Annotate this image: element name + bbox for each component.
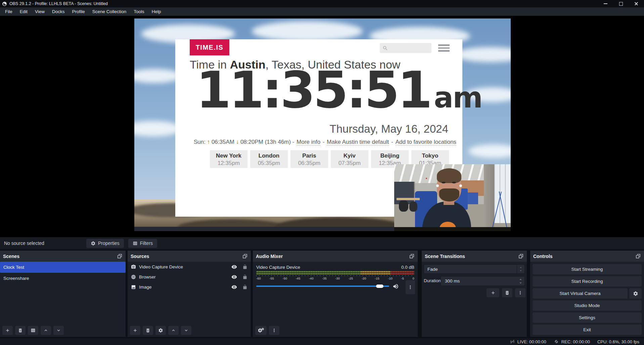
dock-area: Scenes Clock Test Screenshare Sources Vi… xyxy=(0,249,644,338)
move-scene-down-button[interactable] xyxy=(53,326,64,335)
source-row-image[interactable]: Image xyxy=(128,282,251,292)
popout-icon[interactable] xyxy=(117,253,123,259)
preview-canvas[interactable]: TIME.IS Time in Austin, Texas, United St… xyxy=(134,18,511,231)
menu-scene-collection[interactable]: Scene Collection xyxy=(89,7,130,16)
trash-icon xyxy=(18,328,23,333)
remove-transition-button[interactable] xyxy=(502,288,512,297)
duration-spinbox[interactable]: 300 ms xyxy=(441,276,525,286)
source-properties-button[interactable] xyxy=(155,326,166,335)
trash-icon xyxy=(505,290,510,295)
speaker-icon[interactable] xyxy=(393,283,399,290)
scenes-panel: Scenes Clock Test Screenshare xyxy=(0,251,126,337)
menu-tools[interactable]: Tools xyxy=(130,7,148,16)
chevron-up-icon xyxy=(43,328,48,333)
filters-button[interactable]: Filters xyxy=(128,239,157,248)
close-icon xyxy=(634,2,638,6)
remove-source-button[interactable] xyxy=(143,326,153,335)
tick-label: 0 xyxy=(413,276,414,280)
exit-button[interactable]: Exit xyxy=(533,325,642,335)
chevron-up-icon xyxy=(519,278,522,281)
make-default-link: Make Austin time default xyxy=(327,139,389,145)
lock-icon[interactable] xyxy=(242,264,247,269)
close-button[interactable] xyxy=(629,0,644,7)
chevron-up-icon xyxy=(519,266,522,269)
filters-label: Filters xyxy=(140,241,153,246)
transition-select[interactable]: Fade xyxy=(424,264,525,274)
gear-icon xyxy=(633,291,638,296)
timeis-date: Thursday, May 16, 2024 xyxy=(330,123,448,135)
city-name: Paris xyxy=(290,153,328,159)
visibility-eye-icon[interactable] xyxy=(231,284,237,290)
webcam-office-chair xyxy=(399,200,408,212)
timeis-logo: TIME.IS xyxy=(190,39,229,55)
popout-icon[interactable] xyxy=(518,253,524,259)
move-source-up-button[interactable] xyxy=(168,326,179,335)
chevron-up-icon xyxy=(171,328,176,333)
remove-scene-button[interactable] xyxy=(15,326,26,335)
visibility-eye-icon[interactable] xyxy=(231,274,237,280)
mixer-options-button[interactable] xyxy=(406,280,415,294)
selected-source-toolbar: No source selected Properties Filters xyxy=(0,237,644,249)
chevron-down-icon xyxy=(184,328,189,333)
lock-icon[interactable] xyxy=(242,274,247,279)
webcam-desk xyxy=(397,198,420,201)
properties-button[interactable]: Properties xyxy=(86,239,124,248)
duration-spinner[interactable] xyxy=(516,278,524,285)
lock-icon[interactable] xyxy=(242,285,247,290)
dots-vertical-icon xyxy=(408,285,413,290)
menu-help[interactable]: Help xyxy=(148,7,165,16)
menu-profile[interactable]: Profile xyxy=(68,7,89,16)
webcam-office-chair xyxy=(409,202,417,212)
audio-mixer-header: Audio Mixer xyxy=(253,251,418,262)
menu-edit[interactable]: Edit xyxy=(16,7,31,16)
start-streaming-button[interactable]: Start Streaming xyxy=(533,264,642,274)
popout-icon[interactable] xyxy=(409,253,415,259)
tick-label: -20 xyxy=(362,276,366,280)
popout-icon[interactable] xyxy=(242,253,248,259)
minimize-button[interactable] xyxy=(598,0,613,7)
tick-label: -55 xyxy=(269,276,274,280)
gear-icon xyxy=(91,241,96,246)
webcam-earbud xyxy=(459,184,462,187)
volume-slider-track[interactable] xyxy=(256,286,389,287)
add-source-button[interactable] xyxy=(130,326,140,335)
menu-file[interactable]: File xyxy=(1,7,16,16)
transitions-title: Scene Transitions xyxy=(425,254,465,259)
maximize-icon xyxy=(619,2,623,6)
studio-mode-button[interactable]: Studio Mode xyxy=(533,300,642,311)
menu-view[interactable]: View xyxy=(31,7,48,16)
transitions-header: Scene Transitions xyxy=(422,251,527,262)
add-scene-button[interactable] xyxy=(2,326,13,335)
cpu-status: CPU: 0.6%, 30.00 fps xyxy=(597,339,639,344)
tick-label: -50 xyxy=(282,276,287,280)
city-time: 05:35pm xyxy=(250,160,288,167)
visibility-eye-icon[interactable] xyxy=(231,264,237,270)
webcam-concrete-pillar xyxy=(484,164,494,231)
scene-filters-button[interactable] xyxy=(28,326,38,335)
controls-panel: Controls Start Streaming Start Recording… xyxy=(530,251,644,337)
scene-item-clock-test[interactable]: Clock Test xyxy=(0,262,126,273)
duration-label: Duration xyxy=(424,278,441,283)
move-source-down-button[interactable] xyxy=(181,326,191,335)
cloud xyxy=(134,121,181,136)
start-recording-button[interactable]: Start Recording xyxy=(533,276,642,287)
scenes-header: Scenes xyxy=(0,251,126,262)
source-label: Browser xyxy=(139,274,156,279)
mixer-menu-button[interactable] xyxy=(269,326,279,335)
transition-options-button[interactable] xyxy=(515,288,525,297)
volume-slider-handle[interactable] xyxy=(376,285,383,288)
maximize-button[interactable] xyxy=(613,0,629,7)
popout-icon[interactable] xyxy=(635,253,641,259)
source-row-browser[interactable]: Browser xyxy=(128,272,251,282)
advanced-audio-button[interactable] xyxy=(255,326,267,335)
scene-item-screenshare[interactable]: Screenshare xyxy=(0,273,126,284)
virtual-camera-settings-button[interactable] xyxy=(629,288,642,299)
select-spinner[interactable] xyxy=(517,265,524,273)
settings-button[interactable]: Settings xyxy=(533,312,642,323)
start-virtual-camera-button[interactable]: Start Virtual Camera xyxy=(533,288,628,299)
menu-docks[interactable]: Docks xyxy=(48,7,68,16)
add-transition-button[interactable] xyxy=(487,288,499,297)
source-row-video-capture[interactable]: Video Capture Device xyxy=(128,262,251,272)
city-time: 06:35pm xyxy=(290,160,328,167)
move-scene-up-button[interactable] xyxy=(41,326,51,335)
